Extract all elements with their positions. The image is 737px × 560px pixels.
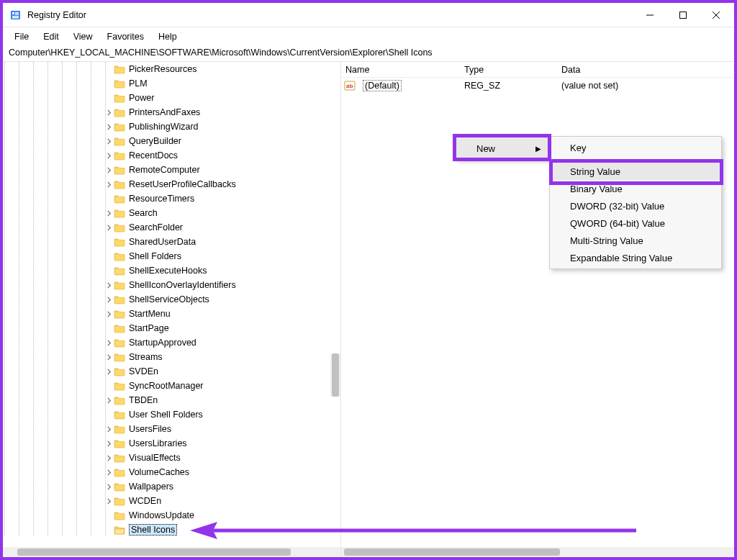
tree-node[interactable]: ShellExecuteHooks: [104, 263, 236, 278]
chevron-right-icon[interactable]: [104, 163, 114, 177]
list-row[interactable]: ab (Default) REG_SZ (value not set): [341, 78, 734, 94]
tree-node[interactable]: ResetUserProfileCallbacks: [104, 177, 236, 191]
folder-icon: [114, 482, 125, 492]
chevron-right-icon: [104, 379, 114, 393]
tree-node[interactable]: VolumeCaches: [104, 465, 236, 479]
tree-node[interactable]: ResourceTimers: [104, 191, 236, 206]
tree-node[interactable]: VisualEffects: [104, 451, 236, 465]
tree-node[interactable]: RecentDocs: [104, 148, 236, 163]
context-menu[interactable]: New▶: [456, 137, 549, 160]
chevron-right-icon[interactable]: [104, 148, 114, 163]
chevron-right-icon[interactable]: [104, 292, 114, 307]
context-item-new[interactable]: New▶: [456, 137, 548, 159]
tree-node[interactable]: SharedUserData: [104, 235, 236, 249]
chevron-right-icon[interactable]: [104, 220, 114, 235]
tree-node[interactable]: StartupApproved: [104, 335, 236, 350]
chevron-right-icon[interactable]: [104, 465, 114, 479]
chevron-right-icon[interactable]: [104, 436, 114, 451]
chevron-right-icon[interactable]: [104, 134, 114, 148]
submenu-item[interactable]: String Value: [550, 163, 721, 180]
tree-node[interactable]: SyncRootManager: [104, 379, 236, 393]
tree-node[interactable]: PLM: [104, 76, 236, 91]
submenu-item[interactable]: DWORD (32-bit) Value: [550, 197, 721, 214]
submenu-arrow-icon: ▶: [535, 145, 541, 153]
tree-node[interactable]: StartMenu: [104, 307, 236, 321]
col-header-data[interactable]: Data: [557, 65, 734, 75]
address-bar[interactable]: Computer\HKEY_LOCAL_MACHINE\SOFTWARE\Mic…: [3, 46, 734, 62]
chevron-right-icon[interactable]: [104, 479, 114, 494]
chevron-right-icon[interactable]: [104, 335, 114, 350]
chevron-right-icon[interactable]: [104, 278, 114, 292]
tree-node-label: PickerResources: [129, 64, 196, 74]
chevron-right-icon[interactable]: [104, 451, 114, 465]
tree[interactable]: PickerResourcesPLMPowerPrintersAndFaxesP…: [104, 62, 236, 537]
titlebar: Registry Editor: [3, 3, 734, 27]
folder-icon: [114, 179, 125, 189]
col-header-name[interactable]: Name: [341, 65, 460, 75]
tree-panel: PickerResourcesPLMPowerPrintersAndFaxesP…: [3, 62, 341, 557]
chevron-right-icon: [104, 523, 114, 537]
tree-horizontal-scrollbar[interactable]: [3, 547, 340, 557]
chevron-right-icon: [104, 62, 114, 76]
submenu-item[interactable]: QWORD (64-bit) Value: [550, 214, 721, 232]
menu-file[interactable]: File: [7, 29, 36, 45]
tree-node[interactable]: Search: [104, 206, 236, 220]
chevron-right-icon[interactable]: [104, 119, 114, 134]
tree-node[interactable]: ShellIconOverlayIdentifiers: [104, 278, 236, 292]
tree-node[interactable]: Shell Folders: [104, 249, 236, 263]
chevron-right-icon[interactable]: [104, 307, 114, 321]
menu-favorites[interactable]: Favorites: [100, 29, 151, 45]
col-header-type[interactable]: Type: [460, 65, 557, 75]
tree-node-label: TBDEn: [129, 395, 158, 405]
tree-node[interactable]: Shell Icons: [104, 523, 236, 537]
tree-node-label: Search: [129, 208, 158, 218]
submenu-item[interactable]: Multi-String Value: [550, 232, 721, 249]
tree-node[interactable]: UsersLibraries: [104, 436, 236, 451]
tree-node[interactable]: User Shell Folders: [104, 407, 236, 422]
tree-node-label: ResourceTimers: [129, 194, 194, 204]
tree-node[interactable]: StartPage: [104, 321, 236, 335]
minimize-button[interactable]: [633, 4, 666, 27]
submenu-item[interactable]: Expandable String Value: [550, 249, 721, 266]
tree-node[interactable]: WindowsUpdate: [104, 508, 236, 523]
tree-vertical-scrollbar[interactable]: [330, 353, 340, 397]
list-horizontal-scrollbar[interactable]: [341, 547, 734, 557]
submenu-item[interactable]: Binary Value: [550, 180, 721, 197]
tree-node-label: VolumeCaches: [129, 467, 189, 477]
submenu-item[interactable]: Key: [550, 139, 721, 156]
chevron-right-icon[interactable]: [104, 105, 114, 119]
submenu-item-label: DWORD (32-bit) Value: [570, 201, 664, 212]
tree-node[interactable]: PrintersAndFaxes: [104, 105, 236, 119]
tree-node[interactable]: ShellServiceObjects: [104, 292, 236, 307]
tree-node[interactable]: Wallpapers: [104, 479, 236, 494]
chevron-right-icon[interactable]: [104, 350, 114, 364]
tree-node[interactable]: SearchFolder: [104, 220, 236, 235]
tree-node[interactable]: WCDEn: [104, 494, 236, 508]
chevron-right-icon: [104, 76, 114, 91]
chevron-right-icon[interactable]: [104, 494, 114, 508]
tree-node[interactable]: Power: [104, 91, 236, 105]
tree-node[interactable]: PickerResources: [104, 62, 236, 76]
tree-node[interactable]: Streams: [104, 350, 236, 364]
tree-node-label: Shell Folders: [129, 251, 181, 261]
menu-help[interactable]: Help: [151, 29, 184, 45]
tree-node[interactable]: QueryBuilder: [104, 134, 236, 148]
chevron-right-icon[interactable]: [104, 364, 114, 379]
close-button[interactable]: [700, 4, 733, 27]
chevron-right-icon[interactable]: [104, 206, 114, 220]
tree-node[interactable]: PublishingWizard: [104, 119, 236, 134]
tree-node[interactable]: UsersFiles: [104, 422, 236, 436]
menu-view[interactable]: View: [66, 29, 100, 45]
tree-node[interactable]: RemoteComputer: [104, 163, 236, 177]
chevron-right-icon[interactable]: [104, 177, 114, 191]
chevron-right-icon[interactable]: [104, 422, 114, 436]
menu-edit[interactable]: Edit: [36, 29, 66, 45]
tree-node[interactable]: SVDEn: [104, 364, 236, 379]
maximize-button[interactable]: [666, 4, 700, 27]
tree-node[interactable]: TBDEn: [104, 393, 236, 407]
folder-icon: [114, 366, 125, 376]
chevron-right-icon: [104, 191, 114, 206]
chevron-right-icon[interactable]: [104, 393, 114, 407]
tree-guides: [3, 62, 118, 536]
context-submenu[interactable]: KeyString ValueBinary ValueDWORD (32-bit…: [549, 136, 722, 269]
